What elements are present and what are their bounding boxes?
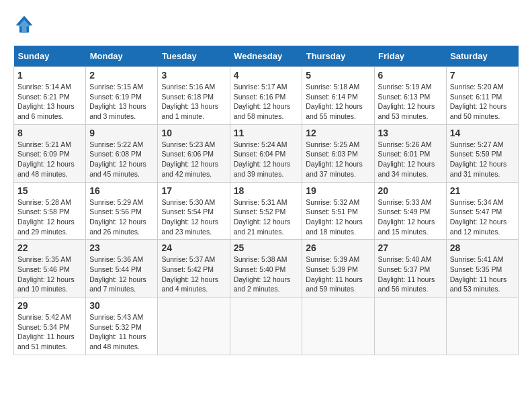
- week-row-2: 8Sunrise: 5:21 AM Sunset: 6:09 PM Daylig…: [14, 124, 519, 182]
- day-number: 30: [89, 300, 154, 311]
- week-row-3: 15Sunrise: 5:28 AM Sunset: 5:58 PM Dayli…: [14, 182, 519, 240]
- day-number: 13: [378, 128, 443, 138]
- day-cell: 11Sunrise: 5:24 AM Sunset: 6:04 PM Dayli…: [230, 124, 302, 182]
- day-info: Sunrise: 5:39 AM Sunset: 5:39 PM Dayligh…: [306, 255, 370, 294]
- day-cell: 15Sunrise: 5:28 AM Sunset: 5:58 PM Dayli…: [14, 182, 86, 240]
- day-info: Sunrise: 5:17 AM Sunset: 6:16 PM Dayligh…: [234, 82, 299, 122]
- day-number: 23: [89, 242, 154, 253]
- day-number: 24: [161, 242, 226, 253]
- logo-icon: [13, 13, 35, 35]
- day-info: Sunrise: 5:24 AM Sunset: 6:04 PM Dayligh…: [234, 140, 299, 179]
- column-header-tuesday: Tuesday: [158, 46, 230, 67]
- day-info: Sunrise: 5:34 AM Sunset: 5:47 PM Dayligh…: [450, 197, 515, 237]
- day-cell: 19Sunrise: 5:32 AM Sunset: 5:51 PM Dayli…: [302, 182, 374, 240]
- day-info: Sunrise: 5:36 AM Sunset: 5:44 PM Dayligh…: [89, 255, 154, 294]
- day-number: 12: [306, 128, 370, 138]
- day-number: 11: [234, 128, 299, 138]
- day-info: Sunrise: 5:25 AM Sunset: 6:03 PM Dayligh…: [306, 140, 370, 179]
- calendar-table: SundayMondayTuesdayWednesdayThursdayFrid…: [13, 46, 519, 355]
- day-number: 15: [17, 185, 82, 196]
- day-cell: 4Sunrise: 5:17 AM Sunset: 6:16 PM Daylig…: [230, 67, 302, 125]
- day-number: 26: [306, 242, 370, 253]
- day-cell: 21Sunrise: 5:34 AM Sunset: 5:47 PM Dayli…: [446, 182, 518, 240]
- day-cell: 26Sunrise: 5:39 AM Sunset: 5:39 PM Dayli…: [302, 240, 374, 298]
- column-header-monday: Monday: [86, 46, 158, 67]
- day-number: 29: [17, 300, 82, 311]
- day-info: Sunrise: 5:27 AM Sunset: 5:59 PM Dayligh…: [450, 140, 515, 179]
- day-cell: 24Sunrise: 5:37 AM Sunset: 5:42 PM Dayli…: [158, 240, 230, 298]
- day-info: Sunrise: 5:29 AM Sunset: 5:56 PM Dayligh…: [89, 197, 154, 237]
- day-info: Sunrise: 5:30 AM Sunset: 5:54 PM Dayligh…: [161, 197, 226, 237]
- day-cell: 1Sunrise: 5:14 AM Sunset: 6:21 PM Daylig…: [14, 67, 86, 125]
- day-number: 10: [161, 128, 226, 138]
- day-info: Sunrise: 5:37 AM Sunset: 5:42 PM Dayligh…: [161, 255, 226, 294]
- day-cell: [446, 298, 518, 355]
- day-cell: 17Sunrise: 5:30 AM Sunset: 5:54 PM Dayli…: [158, 182, 230, 240]
- day-cell: 3Sunrise: 5:16 AM Sunset: 6:18 PM Daylig…: [158, 67, 230, 125]
- day-number: 7: [450, 70, 515, 81]
- day-cell: 9Sunrise: 5:22 AM Sunset: 6:08 PM Daylig…: [86, 124, 158, 182]
- header-row: SundayMondayTuesdayWednesdayThursdayFrid…: [14, 46, 519, 67]
- day-cell: 7Sunrise: 5:20 AM Sunset: 6:11 PM Daylig…: [446, 67, 518, 125]
- day-info: Sunrise: 5:32 AM Sunset: 5:51 PM Dayligh…: [306, 197, 370, 237]
- day-info: Sunrise: 5:20 AM Sunset: 6:11 PM Dayligh…: [450, 82, 515, 122]
- day-number: 16: [89, 185, 154, 196]
- day-cell: 16Sunrise: 5:29 AM Sunset: 5:56 PM Dayli…: [86, 182, 158, 240]
- day-info: Sunrise: 5:22 AM Sunset: 6:08 PM Dayligh…: [89, 140, 154, 179]
- day-info: Sunrise: 5:42 AM Sunset: 5:34 PM Dayligh…: [17, 312, 82, 352]
- day-cell: 10Sunrise: 5:23 AM Sunset: 6:06 PM Dayli…: [158, 124, 230, 182]
- day-info: Sunrise: 5:21 AM Sunset: 6:09 PM Dayligh…: [17, 140, 82, 179]
- column-header-sunday: Sunday: [14, 46, 86, 67]
- week-row-1: 1Sunrise: 5:14 AM Sunset: 6:21 PM Daylig…: [14, 67, 519, 125]
- day-number: 18: [234, 185, 299, 196]
- day-info: Sunrise: 5:35 AM Sunset: 5:46 PM Dayligh…: [17, 255, 82, 294]
- day-number: 27: [378, 242, 443, 253]
- day-number: 9: [89, 128, 154, 138]
- day-number: 25: [234, 242, 299, 253]
- day-number: 28: [450, 242, 515, 253]
- day-info: Sunrise: 5:18 AM Sunset: 6:14 PM Dayligh…: [306, 82, 370, 122]
- day-number: 3: [161, 70, 226, 81]
- day-info: Sunrise: 5:16 AM Sunset: 6:18 PM Dayligh…: [161, 82, 226, 122]
- page-header: [13, 13, 519, 35]
- day-info: Sunrise: 5:19 AM Sunset: 6:13 PM Dayligh…: [378, 82, 443, 122]
- column-header-friday: Friday: [374, 46, 446, 67]
- week-row-4: 22Sunrise: 5:35 AM Sunset: 5:46 PM Dayli…: [14, 240, 519, 298]
- day-info: Sunrise: 5:41 AM Sunset: 5:35 PM Dayligh…: [450, 255, 515, 294]
- day-number: 6: [378, 70, 443, 81]
- column-header-saturday: Saturday: [446, 46, 518, 67]
- day-number: 2: [89, 70, 154, 81]
- day-number: 22: [17, 242, 82, 253]
- day-cell: 14Sunrise: 5:27 AM Sunset: 5:59 PM Dayli…: [446, 124, 518, 182]
- day-number: 4: [234, 70, 299, 81]
- day-info: Sunrise: 5:26 AM Sunset: 6:01 PM Dayligh…: [378, 140, 443, 179]
- day-info: Sunrise: 5:28 AM Sunset: 5:58 PM Dayligh…: [17, 197, 82, 237]
- day-number: 20: [378, 185, 443, 196]
- day-cell: 5Sunrise: 5:18 AM Sunset: 6:14 PM Daylig…: [302, 67, 374, 125]
- day-cell: 6Sunrise: 5:19 AM Sunset: 6:13 PM Daylig…: [374, 67, 446, 125]
- day-cell: 20Sunrise: 5:33 AM Sunset: 5:49 PM Dayli…: [374, 182, 446, 240]
- day-number: 14: [450, 128, 515, 138]
- day-info: Sunrise: 5:40 AM Sunset: 5:37 PM Dayligh…: [378, 255, 443, 294]
- logo: [13, 13, 38, 35]
- day-cell: [230, 298, 302, 355]
- column-header-thursday: Thursday: [302, 46, 374, 67]
- day-cell: 12Sunrise: 5:25 AM Sunset: 6:03 PM Dayli…: [302, 124, 374, 182]
- day-cell: 25Sunrise: 5:38 AM Sunset: 5:40 PM Dayli…: [230, 240, 302, 298]
- day-cell: [158, 298, 230, 355]
- day-cell: 2Sunrise: 5:15 AM Sunset: 6:19 PM Daylig…: [86, 67, 158, 125]
- day-number: 19: [306, 185, 370, 196]
- day-info: Sunrise: 5:33 AM Sunset: 5:49 PM Dayligh…: [378, 197, 443, 237]
- day-cell: [374, 298, 446, 355]
- day-info: Sunrise: 5:14 AM Sunset: 6:21 PM Dayligh…: [17, 82, 82, 122]
- day-cell: 28Sunrise: 5:41 AM Sunset: 5:35 PM Dayli…: [446, 240, 518, 298]
- week-row-5: 29Sunrise: 5:42 AM Sunset: 5:34 PM Dayli…: [14, 298, 519, 355]
- day-number: 17: [161, 185, 226, 196]
- day-info: Sunrise: 5:38 AM Sunset: 5:40 PM Dayligh…: [234, 255, 299, 294]
- day-number: 21: [450, 185, 515, 196]
- day-number: 5: [306, 70, 370, 81]
- day-info: Sunrise: 5:43 AM Sunset: 5:32 PM Dayligh…: [89, 312, 154, 352]
- day-cell: 29Sunrise: 5:42 AM Sunset: 5:34 PM Dayli…: [14, 298, 86, 355]
- column-header-wednesday: Wednesday: [230, 46, 302, 67]
- day-info: Sunrise: 5:31 AM Sunset: 5:52 PM Dayligh…: [234, 197, 299, 237]
